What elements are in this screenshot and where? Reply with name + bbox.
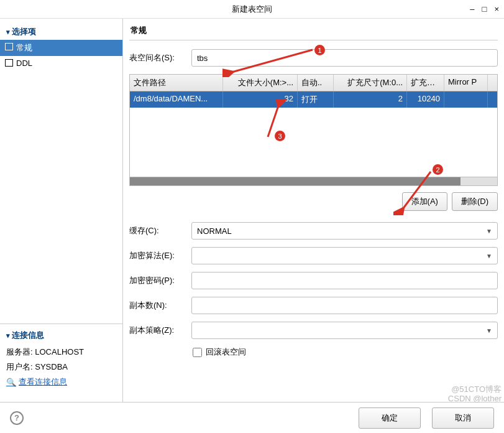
user-value: SYSDBA bbox=[35, 362, 68, 371]
svg-line-1 bbox=[403, 172, 431, 209]
enc-algo-select[interactable]: ▼ bbox=[191, 247, 498, 264]
cell-auto: 打开 bbox=[298, 91, 334, 108]
table-row[interactable]: /dm8/data/DAMEN... 32 打开 2 10240 bbox=[130, 91, 497, 108]
rollback-checkbox[interactable] bbox=[193, 348, 202, 357]
ok-button[interactable]: 确定 bbox=[359, 407, 421, 429]
sidebar-header[interactable]: 选择项 bbox=[0, 22, 122, 40]
cache-select[interactable]: NORMAL▼ bbox=[191, 222, 498, 240]
chevron-down-icon: ▼ bbox=[486, 327, 492, 334]
enc-pwd-label: 加密密码(P): bbox=[129, 275, 191, 286]
cache-label: 缓存(C): bbox=[129, 225, 191, 236]
watermark: @51CTO博客 CSDN @lother bbox=[448, 385, 502, 403]
connection-header[interactable]: 连接信息 bbox=[6, 328, 116, 345]
svg-line-2 bbox=[268, 106, 278, 137]
magnifier-icon: 🔍 bbox=[6, 378, 16, 387]
rollback-label: 回滚表空间 bbox=[206, 347, 246, 358]
annotation-arrow-1 bbox=[222, 46, 322, 77]
titlebar: 新建表空间 – □ × bbox=[0, 0, 504, 19]
cell-extlimit: 10240 bbox=[407, 91, 444, 108]
sidebar-item-general[interactable]: 常规 bbox=[0, 40, 122, 56]
col-mirror[interactable]: Mirror P bbox=[444, 75, 488, 91]
footer: ? 确定 取消 bbox=[0, 402, 504, 433]
cancel-button[interactable]: 取消 bbox=[432, 407, 494, 429]
chevron-down-icon: ▼ bbox=[486, 228, 492, 235]
col-extlimit[interactable]: 扩充上... bbox=[407, 75, 444, 91]
policy-select[interactable]: ▼ bbox=[191, 322, 498, 339]
chevron-down-icon: ▼ bbox=[486, 253, 492, 259]
panel-title: 常规 bbox=[129, 24, 498, 40]
col-extsize[interactable]: 扩充尺寸(M:0... bbox=[334, 75, 407, 91]
annotation-arrow-3 bbox=[257, 100, 288, 143]
svg-line-0 bbox=[232, 50, 313, 72]
main-panel: 常规 表空间名(S): 文件路径 文件大小(M:>... 自动.. 扩充尺寸(M… bbox=[123, 19, 504, 402]
sidebar-item-label: DDL bbox=[16, 58, 32, 68]
maximize-button[interactable]: □ bbox=[482, 4, 487, 14]
divider bbox=[129, 40, 498, 40]
view-connection-link[interactable]: 🔍查看连接信息 bbox=[6, 376, 67, 388]
cell-path: /dm8/data/DAMEN... bbox=[130, 91, 223, 108]
connection-info: 连接信息 服务器: LOCALHOST 用户名: SYSDBA 🔍查看连接信息 bbox=[0, 324, 122, 398]
server-label: 服务器: bbox=[6, 347, 33, 356]
policy-label: 副本策略(Z): bbox=[129, 325, 191, 336]
enc-algo-label: 加密算法(E): bbox=[129, 250, 191, 261]
sidebar: 选择项 常规 DDL 连接信息 服务器: LOCALHOST 用户名: SYSD… bbox=[0, 19, 123, 402]
user-label: 用户名: bbox=[6, 362, 33, 371]
cell-extsize: 2 bbox=[334, 91, 407, 108]
help-button[interactable]: ? bbox=[10, 411, 24, 425]
annotation-arrow-2 bbox=[393, 165, 443, 215]
delete-button[interactable]: 删除(D) bbox=[452, 192, 498, 211]
page-icon bbox=[5, 59, 13, 67]
sidebar-item-ddl[interactable]: DDL bbox=[0, 56, 122, 70]
tablespace-name-label: 表空间名(S): bbox=[129, 52, 191, 63]
window-title: 新建表空间 bbox=[232, 4, 272, 15]
table-header-row: 文件路径 文件大小(M:>... 自动.. 扩充尺寸(M:0... 扩充上...… bbox=[130, 75, 497, 91]
col-filepath[interactable]: 文件路径 bbox=[130, 75, 223, 91]
cell-mirror bbox=[444, 91, 488, 108]
server-value: LOCALHOST bbox=[35, 347, 84, 356]
page-icon bbox=[5, 43, 13, 50]
enc-pwd-input[interactable] bbox=[191, 272, 498, 289]
sidebar-item-label: 常规 bbox=[16, 43, 32, 52]
close-button[interactable]: × bbox=[494, 4, 499, 14]
copies-label: 副本数(N): bbox=[129, 300, 191, 311]
copies-input[interactable] bbox=[191, 297, 498, 314]
minimize-button[interactable]: – bbox=[470, 4, 474, 14]
